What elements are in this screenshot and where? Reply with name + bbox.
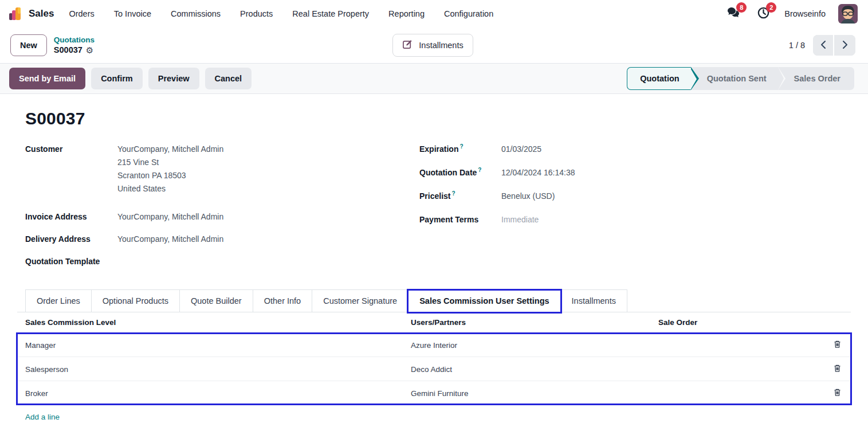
trash-icon	[833, 388, 842, 398]
field-label-invoice-address: Invoice Address	[25, 210, 117, 224]
gear-icon[interactable]: ⚙	[86, 46, 93, 54]
trash-icon	[833, 364, 842, 374]
pager-previous-button[interactable]	[813, 35, 834, 56]
help-icon[interactable]: ?	[451, 190, 455, 197]
field-label-customer: Customer	[25, 142, 117, 195]
cell-partner[interactable]: Deco Addict	[403, 365, 650, 374]
field-label-payment-terms: Payment Terms	[419, 213, 501, 226]
breadcrumb-current: S00037	[54, 45, 83, 56]
add-a-line-link[interactable]: Add a line	[25, 413, 60, 421]
column-header-sale-order[interactable]: Sale Order	[650, 318, 823, 327]
field-grid: Customer YourCompany, Mitchell Admin 215…	[17, 142, 851, 277]
control-panel-center: Installments	[292, 34, 574, 57]
tab-label: Sales Commission User Settings	[419, 296, 549, 305]
tab-quote-builder[interactable]: Quote Builder	[179, 289, 253, 312]
table-body: Manager Azure Interior Salesperson	[17, 333, 851, 405]
add-line-row: Add a line	[17, 405, 851, 427]
main-menu: Orders To Invoice Commissions Products R…	[69, 9, 493, 18]
cell-partner[interactable]: Azure Interior	[403, 341, 650, 350]
avatar[interactable]	[838, 4, 858, 23]
nav-item-real-estate-property[interactable]: Real Estate Property	[292, 9, 369, 18]
cell-partner[interactable]: Gemini Furniture	[403, 389, 650, 398]
customer-value[interactable]: YourCompany, Mitchell Admin	[117, 142, 223, 156]
activities-badge: 2	[766, 2, 776, 13]
tab-optional-products[interactable]: Optional Products	[91, 289, 179, 312]
nav-item-reporting[interactable]: Reporting	[388, 9, 425, 18]
table-row[interactable]: Broker Gemini Furniture	[17, 381, 851, 405]
right-field-column: Expiration? 01/03/2025 Quotation Date? 1…	[419, 142, 843, 277]
breadcrumb-area: New Quotations S00037 ⚙	[10, 34, 292, 56]
messages-button[interactable]: 8	[725, 6, 742, 22]
field-delivery-address: Delivery Address YourCompany, Mitchell A…	[25, 232, 419, 246]
status-step-quotation-sent[interactable]: Quotation Sent	[691, 67, 778, 90]
breadcrumb: Quotations S00037 ⚙	[54, 35, 95, 56]
chevron-left-icon	[820, 40, 827, 51]
preview-button[interactable]: Preview	[148, 68, 199, 89]
field-label-expiration: Expiration?	[419, 142, 501, 156]
field-payment-terms: Payment Terms Immediate	[419, 213, 843, 226]
column-header-sales-commission-level[interactable]: Sales Commission Level	[17, 318, 403, 327]
app-switcher-logo-icon[interactable]	[8, 6, 23, 21]
invoice-address-value[interactable]: YourCompany, Mitchell Admin	[117, 210, 223, 224]
customer-address-line: United States	[117, 182, 223, 195]
cancel-button[interactable]: Cancel	[205, 68, 252, 89]
navbar-right: 8 2 Browseinfo	[725, 4, 858, 23]
navbar-left: Sales Orders To Invoice Commissions Prod…	[8, 6, 493, 21]
tab-sales-commission-user-settings[interactable]: Sales Commission User Settings	[408, 289, 560, 312]
cell-level[interactable]: Manager	[17, 341, 403, 350]
nav-item-to-invoice[interactable]: To Invoice	[114, 9, 151, 18]
pager-count: 1 / 8	[789, 41, 805, 50]
delete-row-button[interactable]	[823, 357, 851, 381]
left-field-column: Customer YourCompany, Mitchell Admin 215…	[25, 142, 419, 277]
table-header: Sales Commission Level Users/Partners Sa…	[17, 312, 851, 333]
quotation-date-value[interactable]: 12/04/2024 16:14:38	[501, 166, 575, 179]
messages-badge: 8	[736, 2, 747, 13]
pager-next-button[interactable]	[834, 35, 855, 56]
app-name[interactable]: Sales	[29, 8, 54, 19]
cell-level[interactable]: Salesperson	[17, 365, 403, 374]
nav-item-configuration[interactable]: Configuration	[444, 9, 493, 18]
help-icon[interactable]: ?	[459, 143, 463, 150]
nav-item-products[interactable]: Products	[240, 9, 273, 18]
tab-order-lines[interactable]: Order Lines	[25, 289, 91, 312]
new-button[interactable]: New	[10, 34, 47, 56]
pricelist-value[interactable]: Benelux (USD)	[501, 189, 555, 203]
field-quotation-template: Quotation Template	[25, 254, 419, 268]
nav-item-orders[interactable]: Orders	[69, 9, 94, 18]
confirm-button[interactable]: Confirm	[91, 68, 143, 89]
delivery-address-value[interactable]: YourCompany, Mitchell Admin	[117, 232, 223, 246]
form-sheet: S00037 Customer YourCompany, Mitchell Ad…	[0, 94, 868, 427]
installments-button[interactable]: Installments	[392, 34, 473, 57]
delete-row-button[interactable]	[823, 381, 851, 405]
customer-address-line: Scranton PA 18503	[117, 169, 223, 182]
status-step-sales-order[interactable]: Sales Order	[778, 67, 854, 90]
help-icon[interactable]: ?	[478, 167, 481, 173]
tab-installments[interactable]: Installments	[561, 289, 627, 312]
field-expiration: Expiration? 01/03/2025	[419, 142, 843, 156]
nav-item-commissions[interactable]: Commissions	[171, 9, 221, 18]
installments-button-label: Installments	[419, 41, 463, 50]
table-row[interactable]: Manager Azure Interior	[17, 333, 851, 357]
status-step-quotation[interactable]: Quotation	[627, 67, 690, 90]
tab-customer-signature[interactable]: Customer Signature	[312, 289, 408, 312]
send-by-email-button[interactable]: Send by Email	[9, 68, 85, 89]
field-label-pricelist: Pricelist?	[419, 189, 501, 203]
field-customer: Customer YourCompany, Mitchell Admin 215…	[25, 142, 419, 195]
delete-row-button[interactable]	[823, 333, 851, 357]
user-name[interactable]: Browseinfo	[784, 9, 826, 18]
column-header-users-partners[interactable]: Users/Partners	[403, 318, 650, 327]
cell-level[interactable]: Broker	[17, 389, 403, 398]
field-label-quotation-template: Quotation Template	[25, 254, 117, 268]
record-title: S00037	[17, 94, 851, 142]
table-row[interactable]: Salesperson Deco Addict	[17, 357, 851, 381]
chevron-right-icon	[842, 40, 849, 51]
field-label-delivery-address: Delivery Address	[25, 232, 117, 246]
field-label-quotation-date: Quotation Date?	[419, 166, 501, 179]
activities-button[interactable]: 2	[755, 6, 772, 22]
tab-other-info[interactable]: Other Info	[253, 289, 312, 312]
payment-terms-value[interactable]: Immediate	[501, 213, 539, 226]
expiration-value[interactable]: 01/03/2025	[501, 142, 541, 156]
breadcrumb-quotations-link[interactable]: Quotations	[54, 35, 95, 45]
field-quotation-date: Quotation Date? 12/04/2024 16:14:38	[419, 166, 843, 179]
field-pricelist: Pricelist? Benelux (USD)	[419, 189, 843, 203]
